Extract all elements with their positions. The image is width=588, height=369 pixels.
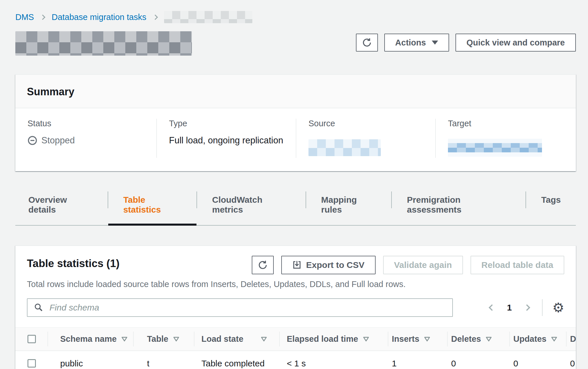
previous-page-icon[interactable] [489,304,495,311]
column-header-truncated[interactable]: D [566,328,576,350]
tab-premigration-assessments[interactable]: Premigration assessments [391,191,525,225]
table-statistics-title: Table statistics (1) [27,256,120,270]
column-label: Table [147,334,168,344]
status-value: Stopped [27,135,156,146]
summary-field-target: Target [435,119,575,158]
summary-field-type: Type Full load, ongoing replication [156,119,296,158]
page-header: Actions Quick view and compare [15,30,576,56]
column-label: Updates [513,334,546,344]
type-label: Type [169,119,296,128]
row-cell-truncated: 0 [566,351,576,369]
refresh-icon [258,260,268,270]
breadcrumb-link-dms[interactable]: DMS [15,12,34,22]
task-detail-tabs: Overview details Table statistics CloudW… [15,191,576,226]
chevron-right-icon [152,14,158,20]
tab-cloudwatch-metrics[interactable]: CloudWatch metrics [196,191,306,225]
row-cell-table: t [133,351,194,369]
settings-gear-icon[interactable]: ⚙ [552,301,564,314]
summary-field-status: Status Stopped [15,119,156,158]
table-header-row: Schema name Table Load state Elapsed loa… [15,327,576,351]
tab-mapping-rules[interactable]: Mapping rules [306,191,392,225]
column-label: D [570,334,576,344]
caret-down-icon [432,41,438,45]
search-icon [34,303,43,312]
row-cell-deletes: 0 [447,351,509,369]
header-cell-checkbox [15,328,47,350]
table-statistics-description: Total rows include loaded source table r… [15,280,576,289]
type-value: Full load, ongoing replication [169,135,296,146]
tab-table-statistics[interactable]: Table statistics [108,191,196,225]
summary-field-source: Source [296,119,435,158]
status-text: Stopped [41,135,75,146]
sort-icon [486,337,492,342]
chevron-right-icon [40,14,45,20]
sort-icon [551,337,557,342]
column-header-table[interactable]: Table [133,328,194,350]
sort-icon [173,337,179,342]
summary-title: Summary [27,86,564,98]
summary-card: Summary Status Stopped Type Full load, o… [15,74,576,171]
table-refresh-button[interactable] [252,256,274,274]
sort-icon [424,337,430,342]
row-cell-elapsed-load-time: < 1 s [279,351,388,369]
row-cell-load-state: Table completed [194,351,279,369]
sort-icon [261,337,267,342]
row-cell-checkbox [15,351,47,369]
find-schema-input[interactable] [27,298,453,317]
source-label: Source [308,119,435,128]
row-checkbox[interactable] [27,359,36,368]
column-label: Deletes [451,334,481,344]
tab-tags[interactable]: Tags [525,191,576,225]
breadcrumb-link-migration-tasks[interactable]: Database migration tasks [52,12,146,22]
column-label: Inserts [392,334,419,344]
column-label: Schema name [60,334,117,344]
breadcrumb-current-redacted [164,11,252,23]
target-value-redacted-link[interactable] [448,139,542,157]
column-header-inserts[interactable]: Inserts [388,328,447,350]
row-cell-schema-name: public [47,351,133,369]
quick-view-compare-label: Quick view and compare [466,38,565,48]
column-header-elapsed-load-time[interactable]: Elapsed load time [279,328,388,350]
divider [542,299,543,316]
pagination: 1 ⚙ [490,299,564,316]
column-header-updates[interactable]: Updates [509,328,566,350]
next-page-icon[interactable] [523,304,530,311]
column-label: Load state [201,334,243,344]
summary-card-header: Summary [15,75,576,108]
breadcrumb: DMS Database migration tasks [15,0,576,23]
status-label: Status [27,119,156,128]
refresh-button[interactable] [356,34,378,52]
find-schema-search [27,298,453,317]
actions-button[interactable]: Actions [384,34,449,52]
column-header-load-state[interactable]: Load state [194,328,279,350]
target-label: Target [448,119,575,128]
refresh-icon [362,38,372,48]
stopped-circle-minus-icon [27,136,37,145]
page-number[interactable]: 1 [507,303,512,313]
reload-table-data-label: Reload table data [482,260,553,270]
column-header-deletes[interactable]: Deletes [447,328,509,350]
source-value-redacted-link[interactable] [308,139,381,156]
validate-again-button[interactable]: Validate again [383,256,463,274]
export-to-csv-label: Export to CSV [306,260,365,270]
actions-button-label: Actions [395,38,426,48]
sort-icon [121,337,128,342]
validate-again-label: Validate again [394,260,452,270]
row-cell-inserts: 1 [388,351,447,369]
page-title-redacted [15,31,192,56]
export-to-csv-button[interactable]: Export to CSV [281,256,376,274]
row-cell-updates: 0 [509,351,566,369]
select-all-checkbox[interactable] [27,335,36,343]
download-icon [292,260,302,270]
reload-table-data-button[interactable]: Reload table data [471,256,564,274]
column-label: Elapsed load time [287,334,358,344]
quick-view-compare-button[interactable]: Quick view and compare [455,34,576,52]
table-row: public t Table completed < 1 s 1 0 0 0 [15,351,576,369]
tab-overview-details[interactable]: Overview details [15,191,108,225]
table-statistics-card: Table statistics (1) Export to CSV [15,245,576,369]
column-header-schema-name[interactable]: Schema name [47,328,133,350]
sort-icon [363,337,369,342]
table-statistics-table: Schema name Table Load state Elapsed loa… [15,327,576,369]
